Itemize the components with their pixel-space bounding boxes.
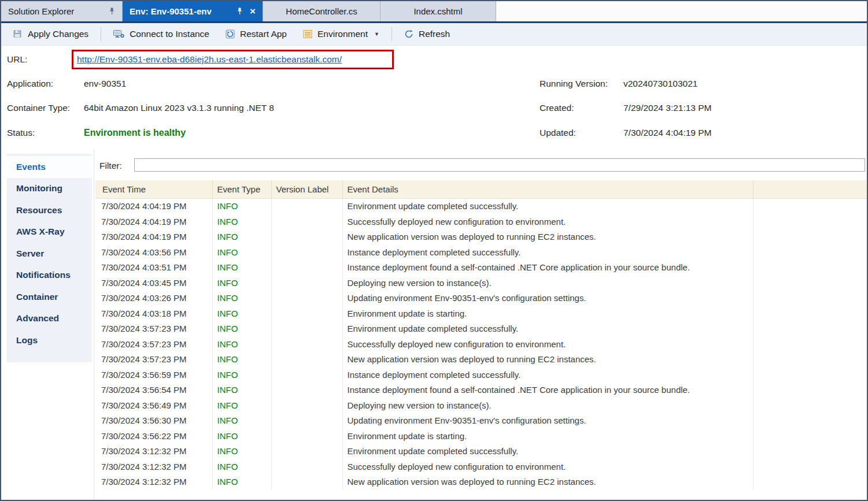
filter-input[interactable]	[134, 158, 865, 172]
application-value: env-90351	[84, 78, 126, 90]
created-value: 7/29/2024 3:21:13 PM	[623, 102, 712, 114]
sidebar-item-resources[interactable]: Resources	[7, 199, 92, 221]
table-row[interactable]: 7/30/2024 4:03:56 PMINFOInstance deploym…	[95, 245, 867, 261]
environment-info: URL: http://Env-90351-env.eba-d68iej2h.u…	[1, 46, 867, 149]
sidebar-item-monitoring[interactable]: Monitoring	[7, 178, 92, 200]
table-row[interactable]: 7/30/2024 4:03:26 PMINFOUpdating environ…	[95, 291, 867, 306]
container-type-label: Container Type:	[7, 102, 70, 114]
event-time-cell: 7/30/2024 3:56:49 PM	[95, 398, 212, 414]
sidebar-item-logs[interactable]: Logs	[7, 329, 92, 351]
table-row[interactable]: 7/30/2024 4:04:19 PMINFOEnvironment upda…	[95, 199, 867, 214]
event-type-cell: INFO	[212, 368, 271, 383]
event-type-cell: INFO	[212, 245, 271, 261]
event-type-cell: INFO	[212, 429, 271, 444]
event-type-cell: INFO	[212, 352, 271, 368]
filler-cell	[753, 383, 867, 398]
table-row[interactable]: 7/30/2024 4:03:18 PMINFOEnvironment upda…	[95, 306, 867, 322]
version-label-cell	[271, 413, 342, 429]
version-label-cell	[271, 337, 342, 352]
tab-label: HomeController.cs	[286, 6, 357, 16]
sidebar-item-events[interactable]: Events	[7, 156, 92, 178]
toolbar-button-label: Restart App	[240, 29, 287, 39]
version-label-cell	[271, 245, 342, 261]
apply-changes-button[interactable]: Apply Changes	[6, 25, 95, 43]
sidebar-item-container[interactable]: Container	[7, 286, 92, 308]
column-header-version-label[interactable]: Version Label	[271, 180, 342, 199]
event-type-cell: INFO	[212, 383, 271, 398]
event-type-cell: INFO	[212, 306, 271, 322]
tab-index-cshtml[interactable]: Index.cshtml	[381, 1, 496, 21]
status-label: Status:	[7, 127, 35, 139]
filler-cell	[753, 199, 867, 214]
table-row[interactable]: 7/30/2024 3:57:23 PMINFONew application …	[95, 352, 867, 368]
filler-cell	[753, 398, 867, 414]
filler-cell	[753, 306, 867, 322]
environment-button[interactable]: Environment▼	[296, 25, 386, 43]
table-row[interactable]: 7/30/2024 3:56:22 PMINFOEnvironment upda…	[95, 429, 867, 444]
url-annotation-box: http://Env-90351-env.eba-d68iej2h.us-eas…	[72, 50, 394, 69]
table-row[interactable]: 7/30/2024 3:12:32 PMINFONew application …	[95, 474, 867, 490]
table-row[interactable]: 7/30/2024 4:04:19 PMINFOSuccessfully dep…	[95, 214, 867, 230]
table-row[interactable]: 7/30/2024 4:04:19 PMINFONew application …	[95, 229, 867, 245]
event-time-cell: 7/30/2024 3:56:54 PM	[95, 383, 212, 398]
event-details-cell: New application version was deployed to …	[342, 352, 753, 368]
sidebar-item-label: Logs	[16, 335, 38, 346]
connect-to-instance-icon	[113, 29, 124, 39]
application-label: Application:	[7, 78, 53, 90]
column-header-event-time[interactable]: Event Time	[95, 180, 212, 199]
toolbar-button-label: Refresh	[419, 29, 450, 39]
table-row[interactable]: 7/30/2024 3:12:32 PMINFOSuccessfully dep…	[95, 459, 867, 475]
column-header-event-details[interactable]: Event Details	[342, 180, 753, 199]
apply-changes-icon	[13, 29, 23, 39]
event-time-cell: 7/30/2024 4:03:51 PM	[95, 260, 212, 276]
event-details-cell: Environment update completed successfull…	[342, 199, 753, 214]
table-row[interactable]: 7/30/2024 3:56:30 PMINFOUpdating environ…	[95, 413, 867, 429]
pin-icon[interactable]	[237, 8, 243, 15]
environment-view: { "tabs": [ {"label": "Solution Explorer…	[0, 0, 868, 501]
tab-solution-explorer[interactable]: Solution Explorer	[1, 1, 123, 21]
column-header-event-type[interactable]: Event Type	[212, 180, 271, 199]
event-details-cell: New application version was deployed to …	[342, 229, 753, 245]
tab-label: Env: Env-90351-env	[130, 6, 212, 16]
table-row[interactable]: 7/30/2024 3:56:54 PMINFOInstance deploym…	[95, 383, 867, 398]
close-icon[interactable]: ×	[248, 6, 256, 16]
sidebar-item-label: Resources	[16, 205, 62, 216]
connect-to-instance-button[interactable]: Connect to Instance	[106, 25, 216, 43]
tab-env-env-90351-env[interactable]: Env: Env-90351-env×	[123, 1, 263, 21]
toolbar-button-label: Environment	[317, 29, 368, 39]
event-details-cell: Instance deployment completed successful…	[342, 368, 753, 383]
pin-icon[interactable]	[109, 8, 115, 15]
table-row[interactable]: 7/30/2024 3:12:32 PMINFOEnvironment upda…	[95, 444, 867, 459]
toolbar-separator	[101, 27, 101, 41]
event-details-cell: Successfully deployed new configuration …	[342, 337, 753, 352]
content-divider	[94, 149, 94, 500]
table-row[interactable]: 7/30/2024 3:57:23 PMINFOSuccessfully dep…	[95, 337, 867, 352]
version-label-cell	[271, 199, 342, 214]
event-details-cell: Deploying new version to instance(s).	[342, 398, 753, 414]
restart-app-button[interactable]: Restart App	[219, 25, 294, 43]
filler-cell	[753, 368, 867, 383]
events-table-body: 7/30/2024 4:04:19 PMINFOEnvironment upda…	[95, 199, 867, 490]
sidebar-item-advanced[interactable]: Advanced	[7, 308, 92, 330]
environment-url-link[interactable]: http://Env-90351-env.eba-d68iej2h.us-eas…	[77, 54, 342, 65]
event-time-cell: 7/30/2024 3:57:23 PM	[95, 321, 212, 337]
environment-icon	[303, 29, 312, 39]
restart-app-icon	[226, 29, 235, 39]
updated-value: 7/30/2024 4:04:19 PM	[623, 127, 712, 139]
refresh-button[interactable]: Refresh	[397, 25, 457, 43]
sidebar-item-label: Notifications	[16, 270, 71, 280]
event-type-cell: INFO	[212, 199, 271, 214]
filler-cell	[753, 413, 867, 429]
sidebar-item-notifications[interactable]: Notifications	[7, 265, 92, 287]
url-label: URL:	[7, 54, 27, 65]
table-row[interactable]: 7/30/2024 4:03:45 PMINFODeploying new ve…	[95, 276, 867, 291]
tab-homecontroller-cs[interactable]: HomeController.cs	[263, 1, 381, 21]
table-row[interactable]: 7/30/2024 3:56:59 PMINFOInstance deploym…	[95, 368, 867, 383]
event-time-cell: 7/30/2024 4:03:18 PM	[95, 306, 212, 322]
version-label-cell	[271, 444, 342, 459]
table-row[interactable]: 7/30/2024 3:57:23 PMINFOEnvironment upda…	[95, 321, 867, 337]
sidebar-item-server[interactable]: Server	[7, 243, 92, 265]
sidebar-item-aws-x-ray[interactable]: AWS X-Ray	[7, 221, 92, 243]
table-row[interactable]: 7/30/2024 3:56:49 PMINFODeploying new ve…	[95, 398, 867, 414]
table-row[interactable]: 7/30/2024 4:03:51 PMINFOInstance deploym…	[95, 260, 867, 276]
